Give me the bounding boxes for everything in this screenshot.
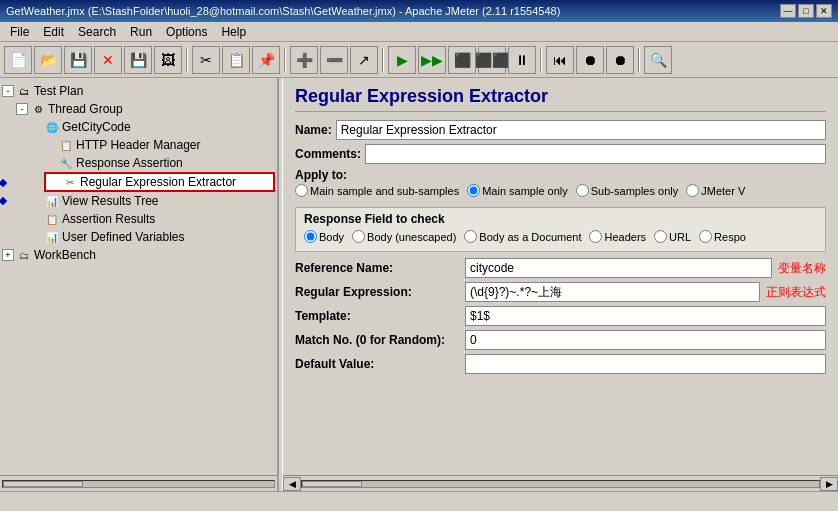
expand-threadgroup[interactable]: -: [16, 103, 28, 115]
toolbar-arrow[interactable]: ↗: [350, 46, 378, 74]
main-layout: - 🗂 Test Plan - ⚙ Thread Group 🌐 GetCity…: [0, 78, 838, 491]
comments-input[interactable]: [365, 144, 826, 164]
apply-to-section: Apply to: Main sample and sub-samples Ma…: [295, 168, 826, 201]
radio-body[interactable]: Body: [304, 230, 344, 243]
tree-item-testplan[interactable]: - 🗂 Test Plan: [0, 82, 277, 100]
tree-item-httpheader[interactable]: 📋 HTTP Header Manager: [0, 136, 277, 154]
workbench-icon: 🗂: [16, 247, 32, 263]
radio-headers-input[interactable]: [589, 230, 602, 243]
toolbar-img[interactable]: 🖼: [154, 46, 182, 74]
toolbar-close[interactable]: ✕: [94, 46, 122, 74]
tree-item-workbench[interactable]: + 🗂 WorkBench: [0, 246, 277, 264]
maximize-button[interactable]: □: [798, 4, 814, 18]
toolbar-paste[interactable]: 📌: [252, 46, 280, 74]
toolbar-stop2[interactable]: ⬛⬛: [478, 46, 506, 74]
radio-sub-only[interactable]: Sub-samples only: [576, 184, 678, 197]
field-row-default: Default Value:: [295, 354, 826, 374]
radio-body-input[interactable]: [304, 230, 317, 243]
menu-search[interactable]: Search: [72, 24, 122, 40]
menu-help[interactable]: Help: [215, 24, 252, 40]
name-input[interactable]: [336, 120, 826, 140]
radio-body-doc[interactable]: Body as a Document: [464, 230, 581, 243]
comments-label: Comments:: [295, 147, 361, 161]
toolbar-remove[interactable]: ➖: [320, 46, 348, 74]
scroll-right-btn[interactable]: ▶: [820, 477, 838, 491]
regex-label: Regular Expression:: [295, 285, 465, 299]
left-panel-hscroll[interactable]: [0, 475, 277, 491]
radio-main-sub-input[interactable]: [295, 184, 308, 197]
toolbar-save2[interactable]: 💾: [124, 46, 152, 74]
menu-run[interactable]: Run: [124, 24, 158, 40]
radio-respo[interactable]: Respo: [699, 230, 746, 243]
default-label: Default Value:: [295, 357, 465, 371]
toolbar-copy[interactable]: 📋: [222, 46, 250, 74]
toolbar-sep4: [540, 48, 542, 72]
menu-edit[interactable]: Edit: [37, 24, 70, 40]
refname-input[interactable]: [465, 258, 772, 278]
status-bar: [0, 491, 838, 511]
radio-body-doc-input[interactable]: [464, 230, 477, 243]
toolbar-play[interactable]: ▶: [388, 46, 416, 74]
tree-label-userdefined: User Defined Variables: [62, 230, 185, 244]
toolbar-sep3: [382, 48, 384, 72]
tree-label-workbench: WorkBench: [34, 248, 96, 262]
toolbar-pause[interactable]: ⏸: [508, 46, 536, 74]
toolbar-add[interactable]: ➕: [290, 46, 318, 74]
radio-url[interactable]: URL: [654, 230, 691, 243]
name-label: Name:: [295, 123, 332, 137]
matchno-input[interactable]: [465, 330, 826, 350]
expand-workbench[interactable]: +: [2, 249, 14, 261]
toolbar-new[interactable]: 📄: [4, 46, 32, 74]
regexextractor-icon: ✂: [62, 174, 78, 190]
radio-main-only-input[interactable]: [467, 184, 480, 197]
toolbar-save[interactable]: 💾: [64, 46, 92, 74]
toolbar-record[interactable]: ⏺: [576, 46, 604, 74]
radio-jmeter-var[interactable]: JMeter V: [686, 184, 745, 197]
toolbar-open[interactable]: 📂: [34, 46, 62, 74]
toolbar-play2[interactable]: ▶▶: [418, 46, 446, 74]
toolbar-record2[interactable]: ⏺: [606, 46, 634, 74]
toolbar-sep2: [284, 48, 286, 72]
field-row-refname: Reference Name: 变量名称: [295, 258, 826, 278]
scroll-left-btn[interactable]: ◀: [283, 477, 301, 491]
minimize-button[interactable]: —: [780, 4, 796, 18]
default-input[interactable]: [465, 354, 826, 374]
apply-to-options: Main sample and sub-samples Main sample …: [295, 184, 826, 197]
menu-file[interactable]: File: [4, 24, 35, 40]
toolbar-cut[interactable]: ✂: [192, 46, 220, 74]
toolbar-stop[interactable]: ⬛: [448, 46, 476, 74]
tree-label-regexextractor: Regular Expression Extractor: [80, 175, 236, 189]
tree-item-assertionresults[interactable]: 📋 Assertion Results: [0, 210, 277, 228]
refname-label: Reference Name:: [295, 261, 465, 275]
response-field-title: Response Field to check: [304, 212, 817, 226]
toolbar-rewind[interactable]: ⏮: [546, 46, 574, 74]
right-panel: Regular Expression Extractor Name: Comme…: [283, 78, 838, 491]
regex-note: 正则表达式: [766, 284, 826, 301]
radio-respo-input[interactable]: [699, 230, 712, 243]
toolbar-search[interactable]: 🔍: [644, 46, 672, 74]
regex-input[interactable]: [465, 282, 760, 302]
tree-item-userdefined[interactable]: 📊 User Defined Variables: [0, 228, 277, 246]
panel-title: Regular Expression Extractor: [295, 86, 826, 112]
radio-body-unescaped[interactable]: Body (unescaped): [352, 230, 456, 243]
template-input[interactable]: [465, 306, 826, 326]
radio-sub-only-input[interactable]: [576, 184, 589, 197]
assertionresults-icon: 📋: [44, 211, 60, 227]
tree-item-responseassertion[interactable]: 🔧 Response Assertion: [0, 154, 277, 172]
tree-item-regexextractor[interactable]: ✂ Regular Expression Extractor: [44, 172, 275, 192]
right-panel-hscroll[interactable]: ◀ ▶: [283, 475, 838, 491]
radio-body-unescaped-input[interactable]: [352, 230, 365, 243]
tree-item-getcitycode[interactable]: 🌐 GetCityCode: [0, 118, 277, 136]
tree-item-threadgroup[interactable]: - ⚙ Thread Group: [0, 100, 277, 118]
radio-main-sub[interactable]: Main sample and sub-samples: [295, 184, 459, 197]
tree-label-getcitycode: GetCityCode: [62, 120, 131, 134]
window-title: GetWeather.jmx (E:\StashFolder\huoli_28@…: [6, 5, 780, 17]
radio-url-input[interactable]: [654, 230, 667, 243]
radio-jmeter-var-input[interactable]: [686, 184, 699, 197]
radio-headers[interactable]: Headers: [589, 230, 646, 243]
close-button[interactable]: ✕: [816, 4, 832, 18]
radio-main-only[interactable]: Main sample only: [467, 184, 568, 197]
tree-item-viewresults[interactable]: 📊 View Results Tree: [0, 192, 277, 210]
expand-testplan[interactable]: -: [2, 85, 14, 97]
menu-options[interactable]: Options: [160, 24, 213, 40]
